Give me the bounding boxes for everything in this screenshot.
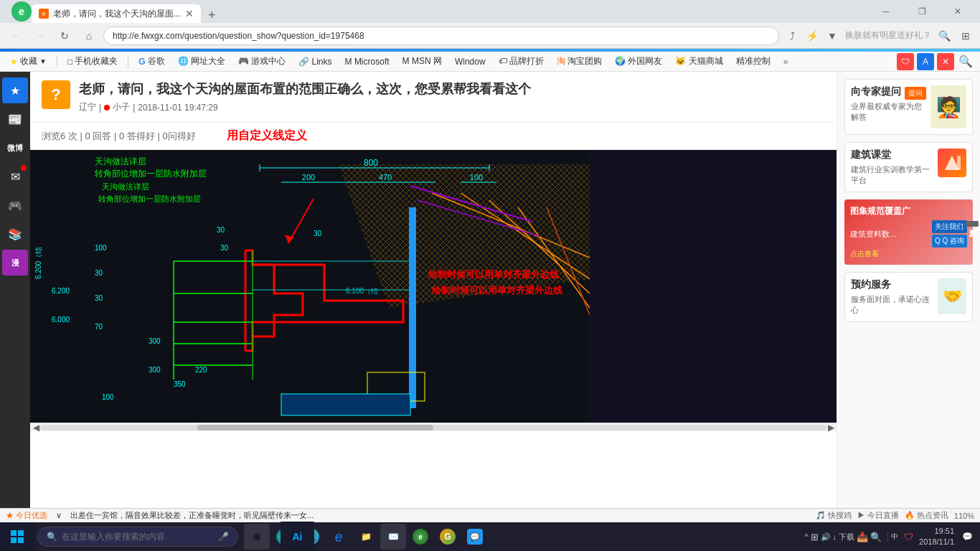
- follow-btn[interactable]: 关注我们: [932, 220, 967, 233]
- svg-rect-51: [281, 394, 410, 415]
- svg-text:30: 30: [95, 269, 103, 277]
- bookmark-foreign[interactable]: 🌍 外国网友: [611, 54, 666, 69]
- sidebar-icon-manga[interactable]: 漫: [2, 250, 28, 276]
- taskbar-search-input[interactable]: [62, 532, 214, 542]
- refresh-button[interactable]: ↻: [55, 26, 75, 46]
- bookmark-star[interactable]: ★收藏▼: [6, 54, 51, 69]
- bookmarks-bar: ★收藏▼ □ 手机收藏夹 G 谷歌 🌐 网址大全 🎮 游戏中心 🔗 Links …: [0, 52, 980, 72]
- bookmark-mobile[interactable]: □ 手机收藏夹: [63, 54, 122, 69]
- share-icon[interactable]: ⤴: [783, 27, 801, 44]
- search-toolbar-icon[interactable]: 🔍: [957, 53, 974, 70]
- sidebar-icon-star[interactable]: ★: [2, 77, 28, 103]
- scroll-track[interactable]: [40, 425, 826, 430]
- clock[interactable]: 19:51 2018/11/1: [916, 526, 957, 548]
- dropdown-icon[interactable]: ▼: [824, 27, 841, 44]
- meta-separator: |: [99, 103, 101, 113]
- bookmark-game[interactable]: 🎮 游戏中心: [234, 54, 290, 69]
- taskbar-app-ie[interactable]: e: [326, 524, 352, 550]
- browser-logo: e: [11, 1, 32, 22]
- sidebar-icon-mail[interactable]: ✉: [2, 164, 28, 189]
- bookmark-ms[interactable]: M Microsoft: [341, 55, 394, 68]
- bookmarks-more[interactable]: »: [779, 55, 793, 68]
- tip-btn[interactable]: 提问: [905, 87, 926, 100]
- back-button[interactable]: ←: [6, 26, 26, 46]
- address-input[interactable]: [103, 27, 779, 45]
- ad-subtitle: 建筑资料数...: [850, 229, 896, 240]
- bottom-status-bar: ★ 今日优选 ∨ 出差住一宾馆，隔音效果比较差，正准备睡觉时，听见隔壁传来一女.…: [0, 508, 980, 522]
- svg-rect-59: [18, 530, 24, 536]
- tray-download-icon[interactable]: 📥: [857, 532, 868, 542]
- taskbar-app-browser2[interactable]: e: [407, 524, 433, 550]
- svg-text:天沟做法详层: 天沟做法详层: [102, 182, 149, 191]
- search-icon: 🔍: [47, 532, 57, 542]
- svg-text:6.000: 6.000: [52, 316, 70, 324]
- start-button[interactable]: [0, 522, 34, 551]
- addon-icon2[interactable]: ✕: [937, 53, 954, 70]
- svg-text:6.100（结: 6.100（结: [346, 287, 378, 295]
- restore-button[interactable]: ❐: [905, 0, 938, 23]
- course-card: 建筑课堂 建筑行业实训教学第一平台: [844, 142, 973, 192]
- bookmark-discount[interactable]: 🏷 品牌打折: [494, 54, 548, 69]
- close-button[interactable]: ✕: [941, 0, 974, 23]
- content-area: ? 老师，请问，我这个天沟的屋面布置的范围正确么，这次，您受累帮我看看这个 辽宁…: [30, 72, 837, 508]
- taskbar-app-task-view[interactable]: ⊞: [244, 524, 270, 550]
- antivirus-icon[interactable]: 🛡: [904, 532, 913, 542]
- tab-close-button[interactable]: ✕: [185, 8, 194, 19]
- sidebar-icon-book[interactable]: 📚: [2, 221, 28, 247]
- expert-title: 向专家提问: [851, 85, 901, 98]
- tray-search-icon[interactable]: 🔍: [870, 532, 882, 542]
- bookmark-window[interactable]: Window: [451, 55, 490, 68]
- bookmark-tmall[interactable]: 🐱 天猫商城: [671, 54, 727, 69]
- scroll-right-btn[interactable]: ▶: [826, 423, 835, 432]
- taskbar-search-box[interactable]: 🔍 🎤: [37, 527, 238, 547]
- active-tab[interactable]: e 老师，请问，我这个天沟的屋面... ✕: [32, 4, 201, 23]
- grid-icon[interactable]: ⊞: [957, 27, 974, 44]
- sidebar-icon-game[interactable]: 🎮: [2, 192, 28, 218]
- question-title-area: 老师，请问，我这个天沟的屋面布置的范围正确么，这次，您受累帮我看看这个 辽宁 |…: [79, 80, 825, 113]
- svg-text:220: 220: [195, 366, 207, 374]
- svg-text:300: 300: [149, 337, 161, 345]
- bookmark-links[interactable]: 🔗 Links: [294, 55, 336, 68]
- news-link[interactable]: 出差住一宾馆，隔音效果比较差，正准备睡觉时，听见隔壁传来一女...: [70, 510, 314, 521]
- tray-up-arrow[interactable]: ^: [804, 532, 808, 541]
- tray-sound-icon[interactable]: 🔊: [821, 532, 831, 542]
- clock-time: 19:51: [919, 526, 954, 537]
- expert-avatar: 🧑‍🏫: [930, 85, 966, 128]
- appointment-title: 预约服务: [851, 278, 933, 291]
- ad-card: 意见反馈 图集规范覆盖广 建筑资料数... 关注我们 Q Q 咨询 点击查看: [844, 199, 973, 265]
- taskbar-app-chat[interactable]: 💬: [462, 524, 488, 550]
- minimize-button[interactable]: ─: [870, 0, 903, 23]
- bookmark-taobao[interactable]: 淘 淘宝团购: [552, 54, 606, 69]
- scroll-thumb[interactable]: [197, 425, 433, 430]
- notification-center-btn[interactable]: 💬: [960, 522, 974, 551]
- horizontal-scrollbar[interactable]: ◀ ▶: [30, 423, 837, 431]
- bookmark-nav[interactable]: 🌐 网址大全: [174, 54, 230, 69]
- sidebar-icon-weibo[interactable]: 微博: [2, 135, 28, 161]
- sidebar-icon-news[interactable]: 📰: [2, 106, 28, 132]
- forward-button[interactable]: →: [30, 26, 50, 46]
- star-label: ★ 今日优选: [6, 510, 47, 521]
- feedback-btn[interactable]: 意见反馈: [966, 221, 979, 227]
- qq-btn[interactable]: Q Q 咨询: [932, 235, 967, 248]
- ai-indicator: Ai: [281, 522, 314, 551]
- expert-subtitle: 业界最权威专家为您解答: [851, 101, 926, 123]
- bookmark-star-label: 收藏: [20, 55, 37, 67]
- taskbar-app-mail[interactable]: ✉️: [380, 524, 406, 550]
- tray-network-icon[interactable]: ⊞: [811, 532, 819, 542]
- lightning-icon[interactable]: ⚡: [804, 27, 821, 44]
- bookmark-precise[interactable]: 精准控制: [732, 54, 775, 69]
- security-icon[interactable]: 🛡: [897, 53, 914, 70]
- home-button[interactable]: ⌂: [79, 26, 99, 46]
- taskbar-app-folder[interactable]: 📁: [353, 524, 379, 550]
- tray-arrow-down[interactable]: ↓: [833, 532, 837, 541]
- scroll-left-btn[interactable]: ◀: [32, 423, 40, 432]
- bookmark-msn[interactable]: M MSN 网: [398, 54, 446, 69]
- see-more-btn[interactable]: 点击查看: [850, 249, 967, 259]
- search-button[interactable]: 🔍: [936, 27, 953, 44]
- ime-indicator[interactable]: 中: [887, 532, 901, 542]
- addon-icon1[interactable]: A: [917, 53, 934, 70]
- new-tab-button[interactable]: +: [204, 8, 220, 23]
- taskbar-app-g[interactable]: G: [435, 524, 461, 550]
- question-meta: 辽宁 | 小子 | 2018-11-01 19:47:29: [79, 101, 825, 113]
- bookmark-google[interactable]: G 谷歌: [134, 54, 169, 69]
